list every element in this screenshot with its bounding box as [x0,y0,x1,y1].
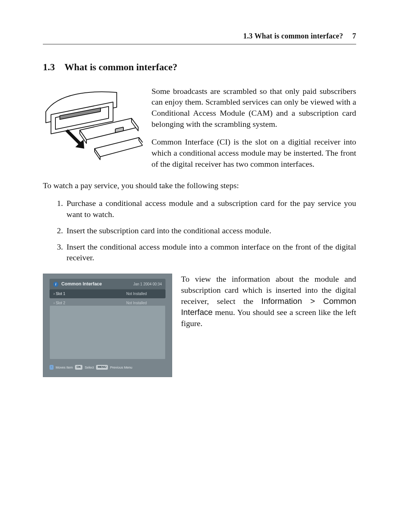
info-icon: i [53,282,58,287]
section-heading: 1.3 What is common interface? [43,61,356,74]
menu-label: Previous Menu [110,365,132,370]
ok-chip-icon: OK [75,365,82,370]
osd-titlebar: i Common Interface Jan 1 2004 00:34 [50,279,166,289]
ok-label: Select [85,365,94,370]
osd-title: Common Interface [61,281,130,287]
running-head: 1.3 What is common interface? 7 [43,31,356,44]
osd-timestamp: Jan 1 2004 00:34 [133,282,162,287]
menu-chip-icon: MENU [96,365,108,370]
running-head-label: 1.3 What is common interface? [243,32,343,40]
steps-list: Purchase a conditional access module and… [43,198,356,264]
page: 1.3 What is common interface? 7 1.3 What… [0,0,399,532]
lower-block: i Common Interface Jan 1 2004 00:34 › Sl… [43,274,356,377]
section-title-text: What is common interface? [65,62,177,72]
intro-block: Some broadcasts are scrambled so that on… [43,86,356,176]
step-item: Insert the conditional access module int… [65,241,356,264]
nav-chip-icon: ◦ [50,365,54,370]
osd-body [50,305,166,359]
nav-label: Moves Item [56,365,73,370]
page-number: 7 [345,32,356,40]
steps-lead: To watch a pay service, you should take … [43,180,356,191]
osd-row-slot1[interactable]: › Slot 1 Not Installed [50,289,166,298]
cam-illustration [43,86,143,171]
content-area: 1.3 What is common interface? 7 1.3 What… [0,0,399,377]
menu-path-a: Information [261,297,302,306]
osd-rows: › Slot 1 Not Installed › Slot 2 Not Inst… [50,289,166,307]
osd-footer: ◦ Moves Item OK Select MENU Previous Men… [50,365,166,370]
menu-path-sep: > [302,297,323,306]
step-item: Purchase a conditional access module and… [65,198,356,220]
step-item: Insert the subscription card into the co… [65,225,356,236]
section-number: 1.3 [43,62,62,72]
slot-label: › Slot 1 [50,289,108,298]
cam-line-art [43,86,143,171]
slot-status: Not Installed [108,289,166,298]
osd-screenshot: i Common Interface Jan 1 2004 00:34 › Sl… [43,274,172,377]
